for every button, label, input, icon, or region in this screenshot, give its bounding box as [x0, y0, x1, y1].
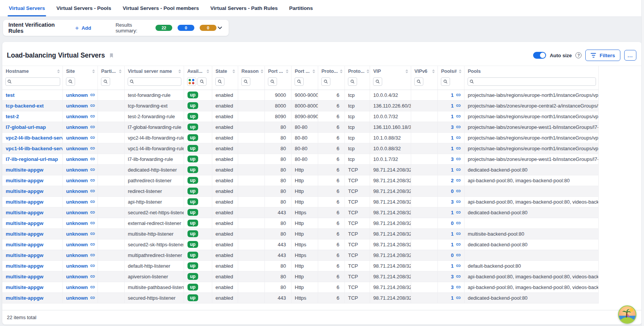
pools-count-link[interactable]: 1 [451, 135, 461, 141]
pools-count-link[interactable]: 1 [451, 210, 461, 215]
pools-count-link[interactable]: 3 [451, 156, 461, 162]
hostname-link[interactable]: multisite-appgw [6, 231, 43, 237]
sort-icon[interactable] [232, 69, 235, 74]
table-row[interactable]: multisite-appgwunknown pathredirect-list… [2, 175, 598, 186]
hostname-link[interactable]: multisite-appgw [6, 210, 43, 215]
site-link[interactable]: unknown [66, 242, 95, 247]
filter-input-avail[interactable] [197, 77, 207, 86]
hostname-link[interactable]: multisite-appgw [6, 178, 43, 183]
column-header-port_range[interactable]: Port ... [291, 66, 318, 76]
column-header-port[interactable]: Port ... [264, 66, 291, 76]
table-row[interactable]: multisite-appgwunknown multisite-pathbas… [2, 282, 598, 292]
site-link[interactable]: unknown [66, 284, 95, 290]
table-row[interactable]: multisite-appgwunknown apiversion-listen… [2, 271, 598, 282]
tab-virtual-servers-path-rules[interactable]: Virtual Servers - Path Rules [205, 0, 283, 16]
add-rule-button[interactable]: + Add [75, 25, 91, 31]
summary-badge-info[interactable]: 0 [178, 25, 194, 31]
filter-input-vip[interactable] [373, 77, 382, 86]
filter-input-name[interactable] [128, 77, 181, 86]
tab-partitions[interactable]: Partitions [284, 0, 318, 16]
table-row[interactable]: tcp-backend-extunknown tcp-forwarding-ex… [2, 100, 598, 111]
filter-input-port_range[interactable] [295, 77, 304, 86]
site-link[interactable]: unknown [66, 188, 95, 194]
pools-count-link[interactable]: 1 [451, 167, 461, 173]
table-row[interactable]: multisite-appgwunknown api-http-listener… [2, 196, 598, 207]
table-row[interactable]: l7-global-url-mapunknown l7-global-forwa… [2, 122, 598, 132]
sort-icon[interactable] [57, 69, 60, 74]
sort-icon[interactable] [340, 69, 343, 74]
site-link[interactable]: unknown [66, 135, 95, 141]
pools-count-link[interactable]: 3 [451, 199, 461, 205]
table-row[interactable]: multisite-appgwunknown redirect-listener… [2, 186, 598, 196]
sort-icon[interactable] [285, 69, 289, 74]
hostname-link[interactable]: test-2 [6, 114, 19, 119]
filter-input-vipv6[interactable] [414, 77, 423, 86]
table-row[interactable]: multisite-appgwunknown multisite-http-li… [2, 228, 598, 239]
pools-count-link[interactable]: 1 [451, 103, 461, 109]
pools-count-link[interactable]: 1 [451, 92, 461, 98]
sort-icon[interactable] [260, 69, 264, 74]
sort-icon[interactable] [92, 69, 95, 74]
column-header-avail[interactable]: Avail... [184, 66, 212, 76]
sort-icon[interactable] [405, 69, 409, 74]
table-row[interactable]: vpc1-l4-ilb-backend-serviceunknown vpc1-… [2, 143, 598, 154]
site-link[interactable]: unknown [66, 210, 95, 215]
column-header-vip[interactable]: VIP [370, 66, 411, 76]
sort-icon[interactable] [119, 69, 122, 74]
column-header-partition[interactable]: Parti... [98, 66, 124, 76]
table-row[interactable]: testunknown test-forwarding-ruleupenable… [2, 90, 598, 100]
hostname-link[interactable]: multisite-appgw [6, 188, 43, 194]
filter-text-hostname[interactable] [13, 79, 58, 84]
pools-count-link[interactable]: 1 [451, 146, 461, 151]
hostname-link[interactable]: multisite-appgw [6, 242, 43, 247]
expand-panel-button[interactable] [216, 24, 223, 31]
site-link[interactable]: unknown [66, 263, 95, 269]
pools-count-link[interactable]: 0 [451, 188, 461, 194]
pools-count-link[interactable]: 3 [451, 124, 461, 130]
site-link[interactable]: unknown [66, 295, 95, 301]
page-scrollbar[interactable] [641, 0, 644, 326]
palm-island-icon[interactable] [618, 305, 636, 324]
column-header-hostname[interactable]: Hostname [2, 66, 62, 76]
column-header-state[interactable]: State [212, 66, 238, 76]
column-header-pools_count[interactable]: Pools# [437, 66, 464, 76]
column-header-proto[interactable]: Proto... [344, 66, 370, 76]
site-link[interactable]: unknown [66, 124, 95, 130]
hostname-link[interactable]: test [6, 92, 14, 98]
hostname-link[interactable]: multisite-appgw [6, 199, 43, 205]
sort-icon[interactable] [312, 69, 316, 74]
pools-count-link[interactable]: 0 [451, 220, 461, 226]
table-row[interactable]: multisite-appgwunknown dedicated-http-li… [2, 164, 598, 175]
filter-input-partition[interactable] [101, 77, 110, 86]
table-row[interactable]: multisite-appgwunknown secured2-net-http… [2, 207, 598, 218]
hostname-link[interactable]: tcp-backend-ext [6, 103, 44, 109]
filter-text-pools[interactable] [476, 79, 594, 84]
filter-input-pools[interactable] [468, 77, 596, 86]
table-row[interactable]: multisite-appgwunknown default-http-list… [2, 260, 598, 271]
hostname-link[interactable]: multisite-appgw [6, 284, 43, 290]
table-row[interactable]: multisite-appgwunknown external-redirect… [2, 218, 598, 228]
site-link[interactable]: unknown [66, 231, 95, 237]
hostname-link[interactable]: multisite-appgw [6, 295, 43, 301]
filter-input-reason[interactable] [241, 77, 250, 86]
table-row[interactable]: l7-ilb-regional-url-mapunknown l7-ilb-fo… [2, 154, 598, 164]
site-link[interactable]: unknown [66, 199, 95, 205]
column-header-site[interactable]: Site [62, 66, 98, 76]
pools-count-link[interactable]: 1 [451, 295, 461, 301]
filter-input-hostname[interactable] [5, 77, 60, 86]
column-header-reason[interactable]: Reason [238, 66, 264, 76]
summary-badge-passed[interactable]: 22 [155, 25, 172, 31]
sort-icon[interactable] [458, 69, 462, 74]
pools-count-link[interactable]: 0 [451, 252, 461, 258]
site-link[interactable]: unknown [66, 167, 95, 173]
hostname-link[interactable]: l7-global-url-map [6, 124, 46, 130]
bookmark-icon[interactable] [109, 52, 114, 59]
summary-badge-warning[interactable]: 0 [200, 25, 216, 31]
column-header-pools[interactable]: Pools [464, 66, 598, 76]
site-link[interactable]: unknown [66, 274, 95, 279]
filter-text-name[interactable] [136, 79, 179, 84]
tab-virtual-servers-pools[interactable]: Virtual Servers - Pools [51, 0, 116, 16]
site-link[interactable]: unknown [66, 220, 95, 226]
help-icon[interactable]: ? [575, 52, 582, 58]
site-link[interactable]: unknown [66, 178, 95, 183]
